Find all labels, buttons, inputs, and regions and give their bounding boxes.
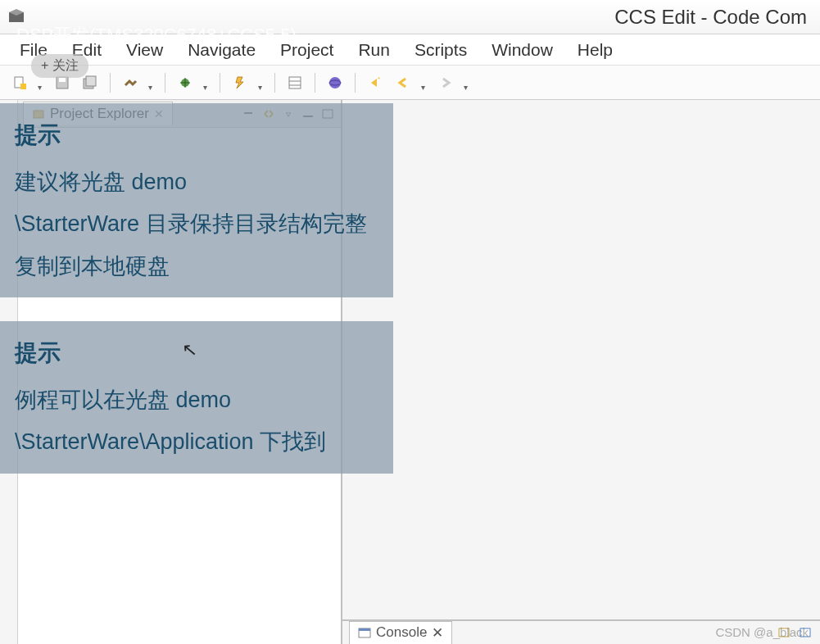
toolbar-separator — [274, 73, 275, 93]
menu-scripts[interactable]: Scripts — [403, 35, 478, 65]
nav-back-button[interactable] — [392, 71, 415, 94]
nav-forward-dropdown[interactable] — [464, 79, 472, 87]
toolbar-separator — [220, 73, 220, 93]
svg-point-14 — [329, 77, 341, 88]
svg-rect-5 — [59, 78, 66, 82]
console-label: Console — [376, 624, 427, 641]
toolbar: * — [0, 66, 820, 100]
new-button[interactable] — [8, 71, 31, 94]
nav-forward-button[interactable] — [434, 71, 457, 94]
tip-box-1: 提示 建议将光盘 demo \StarterWare 目录保持目录结构完整复制到… — [0, 103, 393, 297]
toolbar-separator — [315, 73, 315, 93]
debug-dropdown[interactable] — [203, 79, 211, 87]
nav-back-star-button[interactable]: * — [364, 71, 387, 94]
console-icon — [358, 626, 371, 639]
tip-box-2: 提示 例程可以在光盘 demo \StarterWare\Application… — [0, 321, 393, 474]
svg-text:*: * — [378, 75, 380, 83]
sphere-button[interactable] — [324, 71, 347, 94]
close-icon[interactable]: ✕ — [432, 624, 443, 642]
menu-run[interactable]: Run — [347, 35, 401, 65]
menu-help[interactable]: Help — [566, 35, 624, 65]
cursor-icon: ↖ — [181, 338, 197, 361]
grid-button[interactable] — [283, 71, 306, 94]
console-tab[interactable]: Console ✕ — [349, 621, 452, 645]
svg-rect-22 — [359, 628, 370, 631]
new-dropdown[interactable] — [38, 79, 46, 87]
editor-area[interactable]: Console ✕ — [342, 100, 820, 644]
watermark: CSDN @a_black — [715, 625, 809, 639]
toolbar-separator — [165, 73, 165, 93]
flash-dropdown[interactable] — [258, 79, 266, 87]
toolbar-separator — [355, 73, 356, 93]
tip-title: 提示 — [15, 113, 378, 156]
menu-window[interactable]: Window — [480, 35, 564, 65]
build-button[interactable] — [119, 71, 142, 94]
tip-body: 例程可以在光盘 demo \StarterWare\Application 下找… — [15, 379, 378, 464]
flash-button[interactable] — [229, 71, 251, 94]
svg-rect-7 — [86, 76, 96, 86]
build-dropdown[interactable] — [148, 79, 156, 87]
debug-button[interactable] — [174, 71, 197, 94]
follow-badge[interactable]: + 关注 — [31, 54, 88, 78]
tip-body: 建议将光盘 demo \StarterWare 目录保持目录结构完整复制到本地硬… — [15, 161, 378, 288]
overlay-label: DSP开发(TMS320C6748+CCS5.5) — [16, 23, 297, 48]
svg-rect-3 — [20, 84, 26, 89]
toolbar-separator — [110, 73, 111, 93]
svg-rect-11 — [289, 77, 301, 88]
nav-back-dropdown[interactable] — [421, 79, 429, 87]
